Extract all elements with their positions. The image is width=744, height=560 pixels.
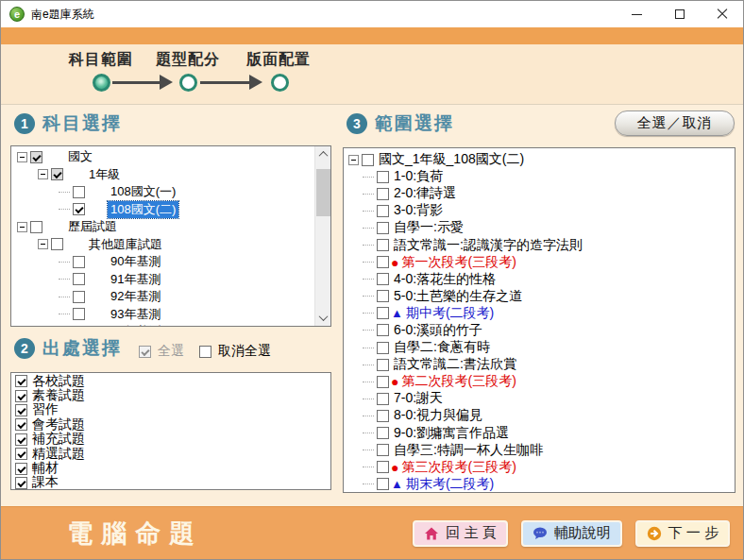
tree-checkbox[interactable]: [73, 256, 85, 268]
list-item[interactable]: 課本: [15, 476, 330, 490]
tree-label[interactable]: 1-0:負荷: [391, 168, 446, 185]
tree-checkbox[interactable]: [377, 444, 389, 456]
tree-checkbox[interactable]: [377, 222, 389, 234]
tree-checkbox[interactable]: [51, 238, 63, 250]
source-checkbox[interactable]: [15, 448, 27, 460]
tree-label[interactable]: 6-0:溪頭的竹子: [391, 322, 485, 339]
tree-checkbox[interactable]: [377, 410, 389, 422]
maximize-button[interactable]: [658, 1, 701, 27]
tree-checkbox[interactable]: [73, 291, 85, 303]
source-checkbox[interactable]: [15, 477, 27, 489]
tree-connector: [363, 365, 374, 365]
tree-checkbox[interactable]: [377, 359, 389, 371]
tree-label[interactable]: 期中考(二段考): [403, 305, 497, 322]
tree-checkbox[interactable]: [377, 290, 389, 302]
tree-checkbox[interactable]: [73, 308, 85, 320]
tree-label[interactable]: 自學一:示愛: [391, 219, 466, 236]
tree-label[interactable]: 91年基測: [108, 271, 163, 288]
tree-connector: [59, 209, 70, 210]
tree-expander-icon[interactable]: [17, 152, 27, 162]
tree-label[interactable]: 期末考(二段考): [403, 476, 497, 493]
close-button[interactable]: [701, 1, 743, 27]
tree-label[interactable]: 1年級: [86, 166, 123, 183]
tree-label[interactable]: 92年基測: [108, 288, 163, 305]
tree-label[interactable]: 3-0:背影: [391, 202, 446, 219]
tree-checkbox[interactable]: [30, 221, 42, 233]
tree-checkbox[interactable]: [30, 151, 42, 163]
tree-label[interactable]: 2-0:律詩選: [391, 185, 459, 202]
tree-checkbox[interactable]: [377, 307, 389, 319]
tree-label[interactable]: 語文常識一:認識漢字的造字法則: [391, 237, 585, 254]
tree-label[interactable]: 自學二:食蔥有時: [391, 339, 493, 356]
list-item[interactable]: 素養試題: [15, 388, 330, 402]
tree-checkbox[interactable]: [51, 168, 63, 180]
scrollbar-thumb[interactable]: [316, 169, 330, 216]
tree-checkbox[interactable]: [377, 205, 389, 217]
tree-label[interactable]: 第二次段考(三段考): [398, 373, 518, 390]
tree-checkbox[interactable]: [73, 273, 85, 285]
tree-checkbox[interactable]: [73, 186, 85, 198]
tree-connector: [59, 279, 70, 280]
tree-label[interactable]: 90年基測: [108, 253, 163, 270]
tree-label[interactable]: 4-0:落花生的性格: [391, 271, 499, 288]
tree-checkbox[interactable]: [377, 342, 389, 354]
list-item[interactable]: 習作: [15, 403, 330, 417]
help-button[interactable]: 輔助說明: [521, 520, 622, 547]
tree-checkbox[interactable]: [377, 171, 389, 183]
source-checkbox[interactable]: [15, 375, 27, 387]
scroll-up-button[interactable]: [315, 146, 331, 162]
tree-checkbox[interactable]: [377, 427, 389, 439]
tree-checkbox[interactable]: [377, 478, 389, 490]
tree-checkbox[interactable]: [377, 188, 389, 200]
source-checkbox[interactable]: [15, 404, 27, 416]
source-checkbox[interactable]: [15, 390, 27, 402]
tree-label[interactable]: 108國文(二): [108, 201, 178, 218]
home-button[interactable]: 回 主 頁: [413, 520, 507, 547]
tree-label[interactable]: 第三次段考(三段考): [398, 459, 518, 476]
subject-tree-scrollbar[interactable]: [314, 146, 330, 326]
tree-checkbox[interactable]: [362, 154, 374, 166]
tree-label[interactable]: 7-0:謝天: [391, 390, 446, 407]
list-item[interactable]: 會考試題: [15, 417, 330, 432]
scroll-down-button[interactable]: [315, 310, 331, 326]
tree-label[interactable]: 9-0:劉墉寓言作品選: [391, 425, 512, 442]
deselect-all-checkbox[interactable]: [199, 346, 211, 358]
tree-expander-icon[interactable]: [348, 155, 359, 165]
tree-expander-icon[interactable]: [38, 239, 48, 249]
list-item[interactable]: 精選試題: [15, 447, 330, 461]
deselect-all-checkbox-group[interactable]: 取消全選: [199, 343, 271, 360]
tree-label[interactable]: 自學三:特調一杯人生咖啡: [391, 442, 546, 459]
tree-label[interactable]: 語文常識二:書法欣賞: [391, 356, 519, 373]
select-all-checkbox[interactable]: [139, 346, 151, 358]
tree-checkbox[interactable]: [377, 273, 389, 285]
list-item[interactable]: 補充試題: [15, 433, 330, 447]
tree-label[interactable]: 108國文(一): [108, 183, 178, 200]
minimize-button[interactable]: [616, 1, 658, 27]
tree-label[interactable]: 94年基測: [108, 323, 163, 326]
source-checkbox[interactable]: [15, 433, 27, 446]
tree-label[interactable]: 5-0:土芭樂的生存之道: [391, 288, 525, 305]
select-all-checkbox-group[interactable]: 全選: [139, 343, 184, 360]
tree-label[interactable]: 第一次段考(三段考): [398, 254, 518, 271]
next-step-button[interactable]: 下 一 步: [635, 520, 730, 547]
tree-checkbox[interactable]: [377, 256, 389, 268]
tree-checkbox[interactable]: [377, 461, 389, 473]
select-all-toggle-button[interactable]: 全選／取消: [615, 110, 735, 136]
source-checkbox[interactable]: [15, 418, 27, 431]
tree-expander-icon[interactable]: [17, 222, 27, 232]
tree-label[interactable]: 國文: [65, 148, 95, 165]
tree-checkbox[interactable]: [377, 393, 389, 405]
tree-label[interactable]: 其他題庫試題: [86, 236, 165, 253]
list-item[interactable]: 各校試題: [15, 374, 330, 388]
list-item[interactable]: 輔材: [15, 461, 330, 475]
tree-label[interactable]: 歷屆試題: [65, 218, 120, 235]
tree-label[interactable]: 8-0:視力與偏見: [391, 407, 485, 424]
tree-label[interactable]: 93年基測: [108, 306, 163, 323]
tree-label[interactable]: 國文_1年級_108國文(二): [376, 151, 527, 168]
tree-checkbox[interactable]: [377, 324, 389, 336]
source-checkbox[interactable]: [15, 463, 27, 475]
tree-checkbox[interactable]: [377, 376, 389, 388]
tree-expander-icon[interactable]: [38, 169, 48, 179]
tree-checkbox[interactable]: [377, 239, 389, 251]
tree-checkbox[interactable]: [73, 203, 85, 215]
